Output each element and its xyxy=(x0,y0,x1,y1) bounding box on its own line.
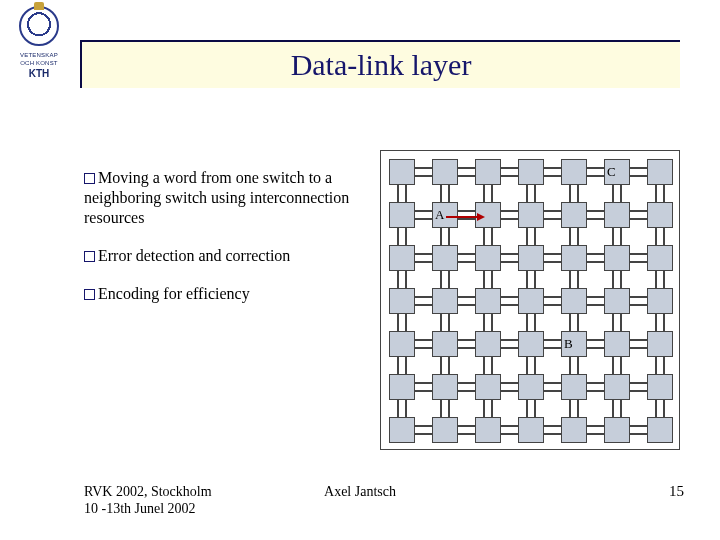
mesh-hlink xyxy=(630,382,647,384)
mesh-vlink xyxy=(448,228,450,245)
mesh-vlink xyxy=(491,228,493,245)
mesh-hlink xyxy=(544,390,561,392)
mesh-switch-node xyxy=(518,159,544,185)
mesh-hlink xyxy=(501,382,518,384)
mesh-switch-node xyxy=(604,288,630,314)
mesh-hlink xyxy=(501,175,518,177)
mesh-vlink xyxy=(569,271,571,288)
mesh-switch-node xyxy=(518,245,544,271)
bullet-list: Moving a word from one switch to a neigh… xyxy=(84,168,364,322)
mesh-vlink xyxy=(397,357,399,374)
mesh-hlink xyxy=(630,347,647,349)
mesh-vlink xyxy=(526,271,528,288)
bullet-text: Moving a word from one switch to a neigh… xyxy=(84,169,349,226)
mesh-vlink xyxy=(534,314,536,331)
bullet-box-icon xyxy=(84,289,95,300)
mesh-hlink xyxy=(587,253,604,255)
mesh-switch-node xyxy=(432,159,458,185)
mesh-hlink xyxy=(544,175,561,177)
mesh-hlink xyxy=(630,175,647,177)
mesh-switch-node xyxy=(604,417,630,443)
mesh-switch-node xyxy=(389,245,415,271)
logo-kth: KTH xyxy=(8,68,70,79)
mesh-hlink xyxy=(630,304,647,306)
mesh-vlink xyxy=(577,228,579,245)
mesh-vlink xyxy=(663,314,665,331)
mesh-switch-node xyxy=(432,331,458,357)
mesh-vlink xyxy=(491,357,493,374)
mesh-hlink xyxy=(501,339,518,341)
mesh-switch-node xyxy=(561,202,587,228)
mesh-vlink xyxy=(440,314,442,331)
mesh-switch-node xyxy=(561,417,587,443)
mesh-switch-node xyxy=(647,202,673,228)
mesh-vlink xyxy=(440,357,442,374)
mesh-vlink xyxy=(405,185,407,202)
mesh-hlink xyxy=(458,425,475,427)
mesh-hlink xyxy=(415,304,432,306)
mesh-switch-node xyxy=(389,331,415,357)
hop-arrow-icon xyxy=(446,213,489,221)
mesh-hlink xyxy=(501,210,518,212)
mesh-switch-node xyxy=(389,374,415,400)
mesh-hlink xyxy=(630,296,647,298)
bullet-box-icon xyxy=(84,251,95,262)
mesh-hlink xyxy=(415,218,432,220)
footer-venue: RVK 2002, Stockholm 10 -13th Junel 2002 xyxy=(84,484,212,518)
mesh-hlink xyxy=(587,218,604,220)
mesh-hlink xyxy=(415,382,432,384)
mesh-hlink xyxy=(501,253,518,255)
mesh-switch-node xyxy=(475,331,501,357)
mesh-vlink xyxy=(620,271,622,288)
mesh-hlink xyxy=(501,167,518,169)
mesh-hlink xyxy=(415,347,432,349)
mesh-switch-node xyxy=(475,417,501,443)
mesh-hlink xyxy=(587,425,604,427)
mesh-hlink xyxy=(630,261,647,263)
mesh-node-label-a: A xyxy=(435,207,444,223)
mesh-hlink xyxy=(587,339,604,341)
mesh-switch-node xyxy=(432,288,458,314)
mesh-switch-node xyxy=(561,374,587,400)
mesh-switch-node xyxy=(518,374,544,400)
mesh-hlink xyxy=(458,382,475,384)
mesh-hlink xyxy=(544,382,561,384)
mesh-vlink xyxy=(569,185,571,202)
mesh-hlink xyxy=(587,296,604,298)
mesh-vlink xyxy=(620,228,622,245)
bullet-box-icon xyxy=(84,173,95,184)
mesh-hlink xyxy=(544,296,561,298)
mesh-hlink xyxy=(458,175,475,177)
mesh-hlink xyxy=(501,433,518,435)
mesh-hlink xyxy=(458,339,475,341)
mesh-hlink xyxy=(630,253,647,255)
mesh-vlink xyxy=(577,314,579,331)
mesh-hlink xyxy=(587,304,604,306)
mesh-vlink xyxy=(526,400,528,417)
mesh-switch-node xyxy=(475,288,501,314)
mesh-vlink xyxy=(526,314,528,331)
mesh-switch-node xyxy=(432,245,458,271)
mesh-vlink xyxy=(655,271,657,288)
mesh-hlink xyxy=(458,261,475,263)
bullet-text: Encoding for efficiency xyxy=(98,285,250,302)
mesh-vlink xyxy=(612,185,614,202)
mesh-hlink xyxy=(458,210,475,212)
mesh-vlink xyxy=(440,228,442,245)
mesh-vlink xyxy=(663,400,665,417)
mesh-vlink xyxy=(405,314,407,331)
mesh-hlink xyxy=(587,433,604,435)
mesh-vlink xyxy=(569,228,571,245)
mesh-hlink xyxy=(630,425,647,427)
title-bar-inner: Data-link layer xyxy=(82,42,680,88)
mesh-vlink xyxy=(405,228,407,245)
mesh-vlink xyxy=(491,271,493,288)
mesh-switch-node xyxy=(647,159,673,185)
mesh-vlink xyxy=(612,357,614,374)
mesh-vlink xyxy=(440,185,442,202)
mesh-hlink xyxy=(630,433,647,435)
mesh-switch-node xyxy=(432,374,458,400)
mesh-hlink xyxy=(587,167,604,169)
logo-text-2: OCH KONST xyxy=(8,60,70,66)
mesh-hlink xyxy=(544,347,561,349)
